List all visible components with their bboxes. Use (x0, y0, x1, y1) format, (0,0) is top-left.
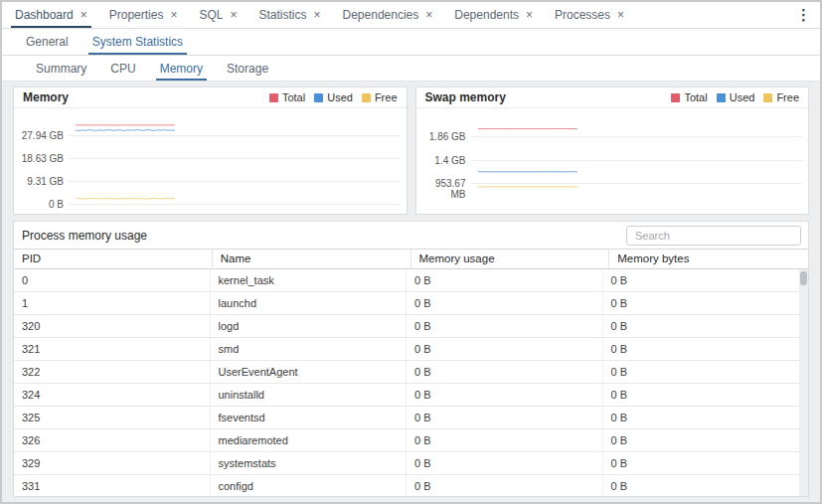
swap-chart-plot: 1.86 GB1.4 GB953.67 MB (418, 109, 807, 212)
tab-properties[interactable]: Properties× (98, 2, 189, 28)
table-row[interactable]: 326mediaremoted0 B0 B (14, 429, 799, 452)
cell-memory-usage: 0 B (407, 407, 603, 428)
cell-memory-usage: 0 B (407, 384, 603, 406)
process-table-header: Process memory usage (14, 222, 808, 249)
free-swatch-icon (362, 93, 371, 102)
cell-pid: 0 (14, 269, 211, 291)
y-axis-tick-label: 18.63 GB (16, 153, 64, 164)
table-row[interactable]: 321smd0 B0 B (14, 338, 799, 361)
cell-memory-usage: 0 B (407, 315, 603, 337)
y-axis-tick-label: 1.4 GB (418, 155, 466, 166)
tab-dependents[interactable]: Dependents× (443, 2, 544, 28)
tab-system-statistics[interactable]: System Statistics (81, 29, 195, 55)
process-memory-panel: Process memory usage PIDNameMemory usage… (13, 221, 809, 497)
cell-pid: 321 (14, 338, 211, 360)
tab-label: SQL (199, 8, 223, 22)
memory-chart-header: Memory TotalUsedFree (14, 87, 407, 108)
y-axis-tick-label: 27.94 GB (16, 130, 64, 141)
tab-label: Processes (555, 8, 610, 22)
table-row[interactable]: 320logd0 B0 B (14, 315, 799, 338)
table-row[interactable]: 324uninstalld0 B0 B (14, 384, 799, 407)
tab-statistics[interactable]: Statistics× (247, 2, 331, 28)
total-swatch-icon (671, 93, 680, 102)
series-line-free (76, 198, 175, 199)
memory-chart-panel: Memory TotalUsedFree 27.94 GB18.63 GB9.3… (13, 86, 408, 215)
tab-sql[interactable]: SQL× (188, 2, 247, 28)
close-icon[interactable]: × (81, 9, 87, 21)
cell-memory-bytes: 0 B (603, 429, 800, 451)
table-scrollbar-thumb[interactable] (800, 271, 807, 285)
tab-label: Dependents (454, 8, 519, 22)
tab-label: Statistics (258, 8, 306, 22)
legend-item-used[interactable]: Used (314, 91, 353, 103)
legend-item-total[interactable]: Total (671, 91, 707, 103)
legend-label: Total (684, 91, 707, 103)
close-icon[interactable]: × (230, 9, 237, 21)
swap-memory-chart-panel: Swap memory TotalUsedFree 1.86 GB1.4 GB9… (415, 86, 810, 215)
cell-memory-bytes: 0 B (603, 452, 800, 474)
tab-summary[interactable]: Summary (24, 56, 98, 81)
tab-storage[interactable]: Storage (215, 56, 280, 81)
tab-general[interactable]: General (14, 29, 81, 55)
legend-label: Used (327, 91, 353, 103)
used-swatch-icon (314, 93, 323, 102)
memory-series-lines (76, 109, 175, 212)
column-header-memory-bytes[interactable]: Memory bytes (609, 250, 808, 268)
pgadmin-dashboard-window: Dashboard×Properties×SQL×Statistics×Depe… (0, 0, 822, 504)
cell-memory-bytes: 0 B (603, 315, 800, 337)
cell-name: uninstalld (211, 384, 408, 406)
cell-pid: 322 (14, 361, 211, 383)
legend-item-used[interactable]: Used (717, 91, 755, 103)
close-icon[interactable]: × (617, 9, 624, 21)
column-header-pid[interactable]: PID (14, 250, 213, 268)
cell-pid: 329 (14, 452, 211, 474)
table-row[interactable]: 329systemstats0 B0 B (14, 452, 799, 475)
legend-item-free[interactable]: Free (362, 91, 398, 103)
tab-dependencies[interactable]: Dependencies× (332, 2, 444, 28)
charts-row: Memory TotalUsedFree 27.94 GB18.63 GB9.3… (2, 82, 820, 221)
swap-chart-legend: TotalUsedFree (671, 91, 799, 103)
cell-pid: 331 (14, 475, 211, 496)
table-row[interactable]: 1launchd0 B0 B (14, 292, 799, 315)
cell-memory-usage: 0 B (407, 292, 603, 314)
column-header-name[interactable]: Name (213, 250, 411, 268)
table-column-headers: PIDNameMemory usageMemory bytes (14, 249, 808, 269)
tab-dashboard[interactable]: Dashboard× (4, 2, 98, 28)
tab-processes[interactable]: Processes× (544, 2, 635, 28)
table-scrollbar-track[interactable] (799, 269, 808, 496)
tab-cpu[interactable]: CPU (98, 56, 147, 81)
close-icon[interactable]: × (314, 9, 321, 21)
column-header-memory-usage[interactable]: Memory usage (411, 250, 610, 268)
close-icon[interactable]: × (425, 9, 432, 21)
system-stats-tab-bar: SummaryCPUMemoryStorage (2, 56, 820, 82)
table-row[interactable]: 322UserEventAgent0 B0 B (14, 361, 799, 384)
close-icon[interactable]: × (170, 9, 177, 21)
table-row[interactable]: 325fseventsd0 B0 B (14, 407, 799, 429)
y-axis-tick-label: 9.31 GB (16, 176, 64, 187)
used-swatch-icon (717, 93, 726, 102)
memory-chart-legend: TotalUsedFree (269, 91, 398, 103)
cell-pid: 324 (14, 384, 211, 406)
main-tab-bar: Dashboard×Properties×SQL×Statistics×Depe… (2, 2, 820, 29)
cell-name: logd (211, 315, 408, 337)
cell-memory-bytes: 0 B (603, 384, 800, 406)
cell-memory-usage: 0 B (407, 361, 603, 383)
legend-item-total[interactable]: Total (269, 91, 305, 103)
y-axis-tick-label: 1.86 GB (418, 131, 466, 142)
cell-name: kernel_task (211, 269, 408, 291)
table-row[interactable]: 0kernel_task0 B0 B (14, 269, 799, 292)
series-line-used (76, 129, 175, 130)
close-icon[interactable]: × (526, 9, 533, 21)
tab-memory[interactable]: Memory (148, 56, 215, 81)
cell-memory-usage: 0 B (407, 338, 603, 360)
cell-name: configd (211, 475, 408, 496)
legend-item-free[interactable]: Free (763, 91, 799, 103)
cell-memory-bytes: 0 B (603, 269, 800, 291)
cell-memory-bytes: 0 B (603, 407, 800, 428)
cell-memory-bytes: 0 B (603, 475, 800, 496)
search-input[interactable] (626, 226, 801, 246)
cell-memory-usage: 0 B (407, 475, 603, 496)
kebab-menu-icon[interactable]: ⋮ (796, 6, 811, 24)
total-swatch-icon (269, 93, 278, 102)
table-row[interactable]: 331configd0 B0 B (14, 475, 799, 496)
